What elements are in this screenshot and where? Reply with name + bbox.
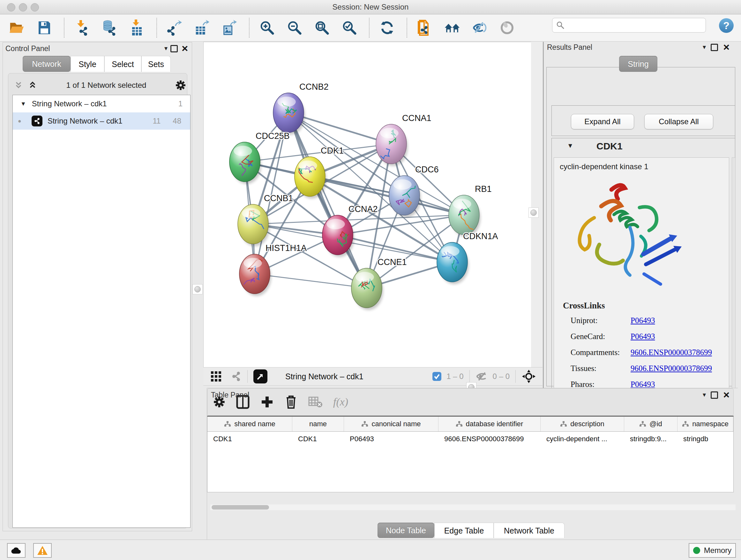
network-node-CCNB2[interactable]: CCNB2 <box>273 82 329 135</box>
splitter-knob-left[interactable] <box>192 284 203 294</box>
table-hscroll-thumb[interactable] <box>212 505 269 509</box>
collapse-all-icon[interactable] <box>14 80 23 90</box>
table-cell[interactable]: CDK1 <box>292 432 344 446</box>
warnings-button[interactable] <box>33 543 52 558</box>
panel-close-icon[interactable]: × <box>182 45 188 53</box>
add-column-icon[interactable] <box>260 395 274 409</box>
tab-sets[interactable]: Sets <box>141 56 171 72</box>
import-table-file-icon[interactable] <box>129 19 145 37</box>
zoom-selected-icon[interactable] <box>341 19 357 37</box>
table-cell[interactable]: stringdb:9... <box>624 432 677 446</box>
selected-checkbox-icon[interactable] <box>432 371 442 381</box>
table-cell[interactable]: 9606.ENSP00000378699 <box>439 432 541 446</box>
tab-style[interactable]: Style <box>71 56 105 72</box>
network-node-CCNA1[interactable]: CCNA1 <box>376 113 431 166</box>
network-node-CDC6[interactable]: CDC6 <box>389 165 439 217</box>
table-row[interactable]: CDK1CDK1P064939606.ENSP00000378699cyclin… <box>207 432 733 446</box>
expand-all-icon[interactable] <box>28 80 37 90</box>
network-row-selected[interactable]: ● String Network – cdk1 11 48 <box>13 112 190 130</box>
cloud-status-button[interactable] <box>7 543 25 558</box>
network-collection-row[interactable]: ▼ String Network – cdk1 1 <box>13 95 190 112</box>
expand-all-button[interactable]: Expand All <box>571 114 634 129</box>
network-node-CDKN1A[interactable]: CDKN1A <box>437 232 498 284</box>
node-label-CDK1: CDK1 <box>321 146 344 155</box>
crosslink-link[interactable]: 9606.ENSP00000378699 <box>630 348 712 357</box>
column-header-database-identifier[interactable]: database identifier <box>439 417 541 431</box>
column-tree-icon <box>456 421 463 427</box>
string-network-graph[interactable]: CCNB2CCNA1CDC25BCDK1CDC6RB1CCNB1CCNA2CDK… <box>204 42 531 368</box>
export-network-icon[interactable] <box>166 19 183 37</box>
tab-network[interactable]: Network <box>23 56 71 72</box>
string-import-file-icon[interactable] <box>417 19 433 37</box>
tab-edge-table[interactable]: Edge Table <box>434 523 494 538</box>
import-network-file-icon[interactable] <box>74 19 90 37</box>
grid-view-icon[interactable] <box>210 371 222 382</box>
node-table[interactable]: shared namenamecanonical namedatabase id… <box>207 416 734 492</box>
zoom-out-icon[interactable] <box>286 19 302 37</box>
collapse-all-button[interactable]: Collapse All <box>644 114 713 129</box>
network-node-CCNA2[interactable]: CCNA2 <box>322 204 378 257</box>
hidden-eye-icon[interactable] <box>475 371 488 381</box>
table-hscrollbar[interactable] <box>210 504 736 510</box>
panel-float-icon[interactable] <box>711 44 718 52</box>
memory-button[interactable]: Memory <box>689 543 736 558</box>
tab-select[interactable]: Select <box>105 56 141 72</box>
panel-splitter[interactable] <box>543 42 544 388</box>
string-home-icon[interactable] <box>444 19 460 37</box>
column-header-shared-name[interactable]: shared name <box>207 417 292 431</box>
network-node-HIST1H1A[interactable]: HIST1H1A <box>239 243 307 296</box>
crosslink-link[interactable]: P06493 <box>630 380 655 389</box>
crosslink-link[interactable]: P06493 <box>630 332 655 341</box>
panel-close-icon[interactable]: × <box>723 391 730 400</box>
node-label-CCNA1: CCNA1 <box>402 113 431 123</box>
search-input[interactable] <box>552 18 706 33</box>
export-table-icon[interactable] <box>194 19 210 37</box>
table-cell[interactable]: cyclin-dependent ... <box>541 432 624 446</box>
refresh-icon[interactable] <box>379 19 395 37</box>
delete-column-trash-icon[interactable] <box>285 395 297 409</box>
tree-expand-icon[interactable]: ▼ <box>20 101 26 107</box>
tab-node-table[interactable]: Node Table <box>378 523 434 538</box>
export-image-icon[interactable] <box>221 19 238 37</box>
network-node-CCNE1[interactable]: CCNE1 <box>351 257 407 310</box>
tab-string[interactable]: String <box>619 56 657 72</box>
memory-status-dot <box>693 547 700 554</box>
panel-float-icon[interactable] <box>171 45 178 54</box>
gene-collapse-icon[interactable]: ▼ <box>567 142 574 149</box>
zoom-in-icon[interactable] <box>259 19 275 37</box>
memory-label: Memory <box>704 546 732 555</box>
tab-network-table[interactable]: Network Table <box>494 523 564 538</box>
panel-dropdown-icon[interactable]: ▾ <box>703 43 706 51</box>
crosslink-link[interactable]: 9606.ENSP00000378699 <box>630 364 712 373</box>
panel-dropdown-icon[interactable]: ▾ <box>703 391 706 398</box>
column-header-@id[interactable]: @id <box>624 417 677 431</box>
gear-icon[interactable] <box>175 80 186 91</box>
birdseye-view-icon[interactable] <box>253 369 267 383</box>
share-view-icon[interactable] <box>231 371 242 382</box>
panel-dropdown-icon[interactable]: ▾ <box>164 44 167 52</box>
panel-float-icon[interactable] <box>711 391 718 400</box>
hide-glyphs-eye-icon[interactable] <box>472 19 488 37</box>
column-header-name[interactable]: name <box>292 417 344 431</box>
results-scrollbar[interactable] <box>732 158 736 408</box>
network-canvas[interactable]: CCNB2CCNA1CDC25BCDK1CDC6RB1CCNB1CCNA2CDK… <box>203 42 531 368</box>
splitter-knob-right[interactable] <box>529 207 539 218</box>
sphere-icon[interactable] <box>499 19 515 37</box>
crosslink-link[interactable]: P06493 <box>630 316 655 325</box>
panel-close-icon[interactable]: × <box>723 44 730 52</box>
control-panel: Control Panel ▾ × Network Style Select S… <box>3 42 192 531</box>
column-header-canonical-name[interactable]: canonical name <box>344 417 439 431</box>
save-session-icon[interactable] <box>37 19 52 37</box>
column-header-namespace[interactable]: namespace <box>677 417 733 431</box>
import-network-database-icon[interactable] <box>102 19 118 37</box>
column-header-description[interactable]: description <box>541 417 624 431</box>
zoom-fit-icon[interactable] <box>314 19 330 37</box>
network-node-RB1[interactable]: RB1 <box>449 184 492 237</box>
table-cell[interactable]: P06493 <box>344 432 439 446</box>
search-icon <box>556 21 564 29</box>
open-session-icon[interactable] <box>9 19 25 37</box>
table-cell[interactable]: CDK1 <box>207 432 292 446</box>
fit-selected-crosshair-icon[interactable] <box>522 369 536 384</box>
table-cell[interactable]: stringdb <box>677 432 733 446</box>
help-button[interactable]: ? <box>719 18 734 33</box>
